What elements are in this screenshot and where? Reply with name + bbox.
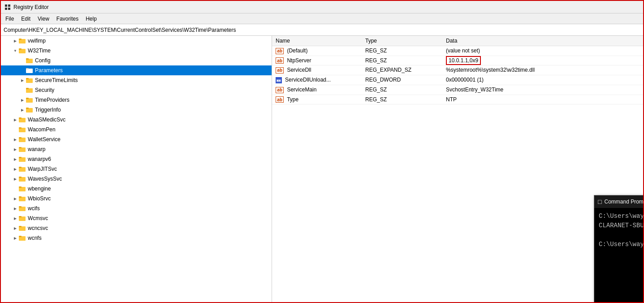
tree-item-wacompen[interactable]: WacomPen (1, 125, 272, 134)
menu-bar: File Edit View Favorites Help (1, 13, 643, 24)
address-path: Computer\HKEY_LOCAL_MACHINE\SYSTEM\Curre… (4, 27, 236, 33)
folder-icon-timeproviders (26, 96, 33, 104)
menu-favorites[interactable]: Favorites (54, 15, 81, 23)
tree-item-wcnfs[interactable]: wcnfs (1, 233, 272, 243)
svg-rect-20 (26, 108, 29, 109)
table-row[interactable]: ab NtpServer REG_SZ 10.0.1.1,0x9 (272, 56, 643, 65)
cell-name: ab ServiceMain (272, 85, 362, 95)
table-row[interactable]: ▣▣ ServiceDllUnload... REG_DWORD 0x00000… (272, 75, 643, 85)
expander-parameters (19, 67, 26, 74)
reg-name-type: Type (287, 96, 298, 103)
menu-file[interactable]: File (3, 15, 17, 23)
svg-rect-2 (5, 8, 7, 10)
reg-name-ntpserver: NtpServer (287, 57, 311, 64)
expander-warpjitsvc[interactable] (12, 165, 19, 173)
cell-type-type: REG_SZ (362, 95, 442, 104)
expander-wcnfs[interactable] (12, 234, 19, 242)
expander-walletservice[interactable] (12, 136, 19, 143)
expander-wcncsvc[interactable] (12, 225, 19, 232)
tree-item-wcifs[interactable]: wcifs (1, 203, 272, 213)
menu-edit[interactable]: Edit (18, 15, 33, 23)
tree-item-config[interactable]: Config (1, 56, 272, 65)
folder-icon-wcifs (19, 205, 26, 212)
tree-label-securetime: SecureTimeLimits (35, 77, 78, 83)
menu-view[interactable]: View (35, 15, 52, 23)
tree-label-walletservice: WalletService (28, 136, 61, 143)
tree-item-wbiosrvc[interactable]: WbioSrvc (1, 194, 272, 203)
tree-item-wcncsvc[interactable]: wcncsvc (1, 223, 272, 233)
svg-rect-30 (19, 157, 22, 158)
folder-icon-triggerinfo (26, 106, 33, 113)
folder-icon-security (26, 87, 33, 94)
folder-icon-config (26, 57, 33, 64)
cell-type-servicedll: REG_EXPAND_SZ (362, 65, 442, 75)
tree-item-timeproviders[interactable]: TimeProviders (1, 95, 272, 105)
registry-table: Name Type Data ab (Default) REG_SZ (valu… (272, 36, 643, 104)
tree-item-vwifimp[interactable]: vwifimp (1, 36, 272, 46)
table-row[interactable]: ab (Default) REG_SZ (value not set) (272, 46, 643, 56)
tree-label-wacompen: WacomPen (28, 126, 56, 133)
tree-item-wanarpv6[interactable]: wanarpv6 (1, 154, 272, 164)
tree-item-waasmedicsvc[interactable]: WaaSMedicSvc (1, 115, 272, 125)
tree-label-wcncsvc: wcncsvc (28, 225, 48, 231)
expander-wbiosrvc[interactable] (12, 195, 19, 202)
expander-wavessyssvc[interactable] (12, 175, 19, 182)
expander-wcifs[interactable] (12, 205, 19, 212)
tree-label-wanarpv6: wanarpv6 (28, 156, 51, 162)
title-bar: Registry Editor (1, 1, 643, 13)
cell-data-servicedll: %systemroot%\system32\w32time.dll (442, 65, 643, 75)
tree-item-wanarp[interactable]: wanarp (1, 144, 272, 154)
tree-item-wbengine[interactable]: wbengine (1, 184, 272, 194)
reg-icon-type: ab (276, 96, 284, 103)
cmd-title-text: Command Prompt (604, 199, 643, 205)
tree-item-security[interactable]: Security (1, 85, 272, 95)
tree-item-securetime[interactable]: SecureTimeLimits (1, 75, 272, 85)
tree-item-wcmsvc[interactable]: Wcmsvc (1, 213, 272, 223)
svg-rect-18 (26, 98, 29, 99)
cell-type-servicedllunload: REG_DWORD (362, 75, 442, 85)
tree-item-wavessyssvc[interactable]: WavesSysSvc (1, 174, 272, 184)
table-row[interactable]: ab Type REG_SZ NTP (272, 95, 643, 104)
table-row[interactable]: ab ServiceDll REG_EXPAND_SZ %systemroot%… (272, 65, 643, 75)
expander-vwifimp[interactable] (12, 37, 19, 44)
folder-icon-wavessyssvc (19, 175, 26, 182)
expander-wanarp[interactable] (12, 146, 19, 153)
cmd-window[interactable]: □ Command Prompt − □ C:\Users\wayne>host… (594, 195, 643, 302)
menu-help[interactable]: Help (83, 15, 99, 23)
cell-name: ab NtpServer (272, 56, 362, 65)
tree-item-w32time[interactable]: W32Time (1, 46, 272, 56)
registry-editor-window: Registry Editor File Edit View Favorites… (0, 0, 644, 303)
svg-rect-0 (5, 4, 7, 7)
content-area: vwifimp W32Time (1, 36, 643, 302)
col-name[interactable]: Name (272, 36, 362, 46)
col-data[interactable]: Data (442, 36, 643, 46)
expander-timeproviders[interactable] (19, 96, 26, 104)
tree-item-warpjitsvc[interactable]: WarpJITSvc (1, 164, 272, 174)
col-type[interactable]: Type (362, 36, 442, 46)
svg-rect-10 (26, 58, 29, 60)
tree-label-waasmedicsvc: WaaSMedicSvc (28, 117, 65, 123)
address-bar[interactable]: Computer\HKEY_LOCAL_MACHINE\SYSTEM\Curre… (1, 24, 643, 36)
folder-icon-wcnfs (19, 234, 26, 242)
cell-data: (value not set) (442, 46, 643, 56)
cell-type-servicemain: REG_SZ (362, 85, 442, 95)
tree-item-triggerinfo[interactable]: TriggerInfo (1, 105, 272, 115)
svg-rect-46 (19, 236, 22, 237)
folder-icon-wanarp (19, 146, 26, 153)
expander-waasmedicsvc[interactable] (12, 116, 19, 123)
expander-wcmsvc[interactable] (12, 215, 19, 222)
svg-rect-3 (8, 8, 10, 10)
tree-panel[interactable]: vwifimp W32Time (1, 36, 272, 302)
tree-label-wcmsvc: Wcmsvc (28, 215, 48, 221)
svg-rect-14 (26, 78, 29, 79)
table-row[interactable]: ab ServiceMain REG_SZ SvchostEntry_W32Ti… (272, 85, 643, 95)
expander-triggerinfo[interactable] (19, 106, 26, 113)
tree-label-config: Config (35, 57, 51, 64)
tree-item-parameters[interactable]: Parameters (1, 65, 272, 75)
details-panel[interactable]: Name Type Data ab (Default) REG_SZ (valu… (272, 36, 643, 302)
expander-w32time[interactable] (12, 47, 19, 54)
expander-wanarpv6[interactable] (12, 156, 19, 163)
tree-label-wbengine: wbengine (28, 186, 51, 192)
expander-securetime[interactable] (19, 77, 26, 84)
tree-item-walletservice[interactable]: WalletService (1, 134, 272, 144)
